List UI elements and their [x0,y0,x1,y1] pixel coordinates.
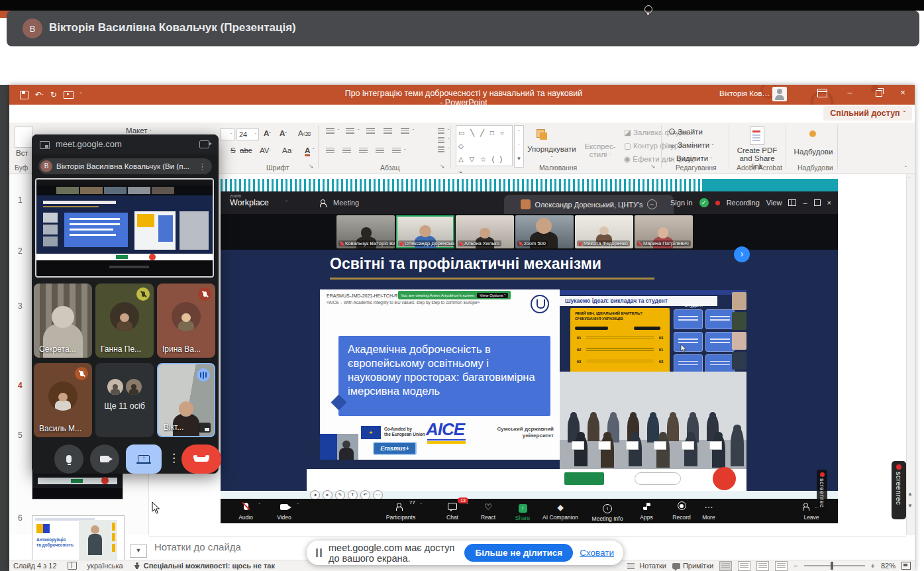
self-view-tile[interactable]: Вікт... [157,363,215,437]
slide-number-6[interactable]: 6 [18,513,23,523]
convert-smartart-icon[interactable]: ˇ [438,146,449,152]
select-button[interactable]: ▷Виділити ˇ [669,154,712,162]
sign-in-link[interactable]: Sign in [670,199,693,207]
notes-divider[interactable] [149,537,906,537]
video-tile[interactable]: Марина Патрілевич [635,215,693,248]
pip-toggle-icon[interactable] [199,423,211,433]
participant-tile[interactable]: Василь М... [34,363,92,437]
slide-number-1[interactable]: 1 [18,195,23,205]
paragraph-dialog-launcher[interactable]: ↘ [440,163,445,170]
end-call-button[interactable] [181,444,221,474]
zoom-level[interactable]: 82% [881,562,896,570]
zoom-out-button[interactable]: − [794,562,797,570]
character-spacing-icon[interactable]: AVˇ [260,146,271,154]
align-left-icon[interactable] [326,148,334,154]
share-button[interactable]: Спільний доступˇ [823,106,912,121]
align-right-icon[interactable] [359,148,368,154]
video-tile[interactable]: Ковальчук Вікторія Ва... [336,215,395,248]
undo-button[interactable]: ↶ˇ [35,90,44,99]
scroll-up-arrow[interactable]: ˆ [908,176,910,182]
video-tile-active-speaker[interactable]: Олександр Доренський, ... [396,215,454,248]
participants-button[interactable]: 77ˆParticipants [380,501,422,521]
stop-sharing-button[interactable]: Більше не ділитися [464,544,573,562]
zoom-slider[interactable] [804,565,865,566]
workspace-chevron[interactable]: ˇ [285,199,287,206]
meet-pip-header[interactable]: meet.google.com [32,134,219,154]
next-slide-button[interactable]: ▼ [907,503,913,509]
notes-placeholder[interactable]: Нотатки до слайда [154,541,241,552]
columns-icon[interactable]: ˇ [392,148,405,154]
minimize-button[interactable]: – [840,87,860,97]
view-normal-button[interactable] [719,561,732,571]
font-name-box[interactable]: ˇ [220,129,234,140]
camera-button[interactable] [90,444,119,474]
slide-number-4-current[interactable]: 4 [18,381,23,390]
shapes-gallery[interactable]: ▭ ╲ ╱ □ ○ ◇ △ ▽ ☆ ( ) ~ • { } = ★ ◦ [456,125,513,166]
more-button[interactable]: ⋯More [693,501,724,521]
bullets-icon[interactable]: ˇ [326,128,339,134]
zoom-close[interactable]: × [827,199,831,207]
strikethrough2-icon[interactable]: abc [240,146,252,154]
find-button[interactable]: Знайти [669,128,703,136]
zoom-maximize[interactable] [814,199,821,206]
comments-toggle[interactable]: Примітки [672,562,713,570]
security-shield-icon[interactable]: ✓ [699,198,709,207]
hide-link[interactable]: Сховати [580,548,614,558]
participant-tile[interactable]: Ірина Ва... [157,284,215,358]
justify-icon[interactable] [376,148,384,154]
host-tab[interactable]: Олександр Доренський, ЦНТУ's– [504,195,674,214]
slide-number-3[interactable]: 3 [18,301,23,311]
quick-styles-button[interactable]: Експрес-стилі ˇ [583,142,617,158]
align-center-icon[interactable] [342,148,351,154]
view-slideshow-button[interactable] [775,561,788,571]
view-reading-button[interactable] [756,561,769,571]
apps-button[interactable]: Apps [631,501,662,521]
recording-label[interactable]: Recording [727,199,760,207]
presenting-pill[interactable]: B Вікторія Василівна Ковальчук (Ви (п...… [38,158,212,174]
customize-qat-button[interactable]: ˇ [80,91,82,98]
arrange-button[interactable]: Упорядкуватиˇ [523,145,580,161]
view-sorter-button[interactable] [738,561,750,571]
meeting-tab[interactable]: Meeting [320,191,359,214]
view-label[interactable]: View [766,199,782,207]
redo-button[interactable]: ↻ [50,90,57,99]
text-direction-icon[interactable]: ˇ [438,128,449,134]
collapse-ribbon-button[interactable]: ˆ [905,165,907,172]
video-tile[interactable]: Альона Хилько [456,215,514,248]
participant-tile[interactable]: Секрета... [34,284,92,358]
close-button[interactable]: × [893,87,913,97]
view-grid-icon[interactable] [788,199,796,206]
participant-tile[interactable]: Ганна Пе... [95,284,154,358]
numbering-icon[interactable]: ˇ [346,128,359,134]
next-participants-button[interactable]: › [734,246,750,262]
video-tile[interactable]: zoom 500 [515,215,574,248]
thumbnail-scroll-down[interactable]: ▼ [130,545,147,558]
spellcheck-icon[interactable] [68,562,77,570]
screenrec-badge[interactable]: screenrec [892,461,906,519]
view-options-button[interactable]: View Options ˇ [477,293,508,298]
shapes-scroll[interactable]: ˆˇ▼ [514,125,524,168]
kebab-menu-icon[interactable]: ⋮ [198,162,207,172]
camera-icon[interactable] [199,140,209,148]
ribbon-display-icon[interactable] [817,89,827,97]
font-color-chevron[interactable]: ˇ [313,148,314,152]
clear-format-icon[interactable]: A⌫ [298,129,311,137]
increase-indent-icon[interactable] [384,128,392,134]
account-name[interactable]: Вікторія Ковальчук [719,89,770,97]
slide-number-2[interactable]: 2 [18,246,23,256]
audio-button[interactable]: ˆAudio [225,501,267,521]
shrink-font-icon[interactable]: Aˇ [280,129,287,137]
previous-slide-button[interactable]: ▲ [907,491,913,497]
paste-icon[interactable] [15,127,33,148]
decrease-indent-icon[interactable] [366,128,375,134]
video-button[interactable]: ˆVideo [263,501,305,521]
accessibility-status[interactable]: Спеціальні можливості: щось не так [134,562,275,570]
slide-number-5[interactable]: 5 [18,431,23,440]
meeting-info-button[interactable]: iMeeting Info [586,501,629,522]
present-button-active[interactable]: ↑ [126,444,162,474]
collapse-tab-icon[interactable]: – [647,199,657,209]
font-size-box[interactable]: 24ˇ [236,129,259,140]
video-tile[interactable]: Микола Федоренко [575,215,633,248]
addins-button[interactable]: Надбудови [794,148,833,156]
fit-to-window-icon[interactable] [901,562,911,570]
